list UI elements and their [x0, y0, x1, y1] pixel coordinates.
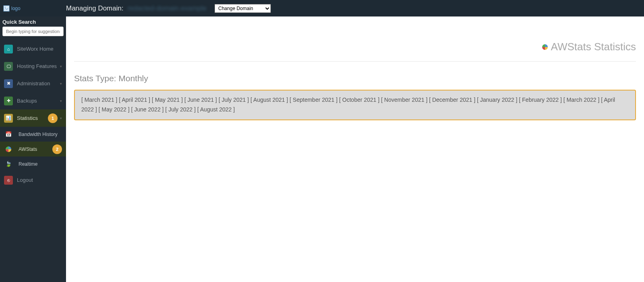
sidebar-item-realtime[interactable]: 🍃 Realtime — [0, 156, 66, 171]
change-domain-select[interactable]: Change Domain — [215, 4, 271, 13]
sidebar-item-label: Bandwidth History — [17, 132, 58, 137]
sidebar-item-siteworx-home[interactable]: ⌂ SiteWorx Home — [0, 40, 66, 58]
month-link[interactable]: [ March 2022 ] — [564, 97, 600, 103]
month-link[interactable]: [ August 2021 ] — [250, 97, 288, 103]
sidebar-item-label: SiteWorx Home — [17, 46, 54, 52]
month-link[interactable]: [ September 2021 ] — [290, 97, 338, 103]
svg-point-1 — [5, 7, 6, 8]
month-link[interactable]: [ November 2021 ] — [381, 97, 427, 103]
topbar: logo Managing Domain: redacted-domain.ex… — [0, 0, 644, 16]
month-link[interactable]: [ December 2021 ] — [429, 97, 475, 103]
sidebar-item-label: Realtime — [17, 161, 37, 167]
globe-icon — [4, 146, 13, 152]
chevron-down-icon: ▾ — [60, 99, 62, 103]
main-content: AWStats Statistics Stats Type: Monthly [… — [66, 16, 644, 282]
tools-icon: ✖ — [4, 79, 13, 88]
bandwidth-icon: 📅 — [4, 131, 13, 137]
home-icon: ⌂ — [4, 45, 13, 54]
globe-icon — [542, 44, 548, 50]
logout-icon: ⎋ — [4, 176, 13, 185]
month-link[interactable]: [ October 2021 ] — [339, 97, 380, 103]
sidebar-item-label: Logout — [17, 177, 33, 183]
sidebar-item-awstats[interactable]: AWStats 2 — [0, 142, 66, 156]
months-box: [ March 2021 ] [ April 2021 ] [ May 2021… — [74, 90, 636, 120]
chevron-down-icon: ▾ — [60, 82, 62, 86]
month-link[interactable]: [ May 2022 ] — [99, 106, 130, 113]
sidebar-item-backups[interactable]: ✚ Backups ▾ — [0, 92, 66, 109]
month-link[interactable]: [ February 2022 ] — [519, 97, 562, 103]
sidebar-item-label: Hosting Features — [17, 63, 57, 69]
month-link[interactable]: [ July 2021 ] — [219, 97, 249, 103]
managing-domain-label: Managing Domain: — [66, 4, 124, 12]
badge: 1 — [48, 113, 58, 123]
page-title-text: AWStats Statistics — [551, 41, 636, 53]
chevron-down-icon: ▾ — [60, 116, 62, 120]
page-title: AWStats Statistics — [74, 41, 636, 53]
sidebar-item-label: Statistics — [17, 115, 38, 121]
monitor-icon: 🖵 — [4, 62, 13, 71]
sidebar: Quick Search ⌂ SiteWorx Home 🖵 Hosting F… — [0, 16, 66, 282]
sidebar-item-logout[interactable]: ⎋ Logout — [0, 171, 66, 189]
sidebar-item-bandwidth-history[interactable]: 📅 Bandwidth History — [0, 127, 66, 142]
month-link[interactable]: [ June 2022 ] — [131, 106, 164, 113]
logo-area: logo — [0, 5, 66, 12]
svg-rect-0 — [4, 6, 9, 11]
month-link[interactable]: [ April 2021 ] — [119, 97, 150, 103]
stats-type-heading: Stats Type: Monthly — [74, 74, 636, 83]
quick-search-label: Quick Search — [0, 16, 66, 27]
sidebar-item-administration[interactable]: ✖ Administration ▾ — [0, 75, 66, 92]
month-link[interactable]: [ July 2022 ] — [165, 106, 196, 113]
badge: 2 — [52, 144, 62, 154]
quick-search-input[interactable] — [2, 27, 64, 36]
month-link[interactable]: [ January 2022 ] — [477, 97, 517, 103]
page-header: AWStats Statistics — [74, 29, 636, 62]
month-link[interactable]: [ August 2022 ] — [197, 106, 235, 113]
sidebar-item-hosting-features[interactable]: 🖵 Hosting Features ▾ — [0, 58, 66, 75]
chart-icon: 📊 — [4, 114, 13, 123]
sidebar-item-label: Backups — [17, 98, 37, 104]
plus-icon: ✚ — [4, 97, 13, 105]
domain-name: redacted-domain.example — [128, 4, 207, 12]
sidebar-item-label: AWStats — [17, 146, 37, 152]
month-link[interactable]: [ March 2021 ] — [81, 97, 118, 103]
month-link[interactable]: [ May 2021 ] — [152, 97, 183, 103]
chevron-down-icon: ▾ — [60, 64, 62, 68]
logo-alt-text: logo — [11, 6, 21, 11]
leaf-icon: 🍃 — [4, 161, 13, 167]
sidebar-item-label: Administration — [17, 80, 50, 86]
sidebar-item-statistics[interactable]: 📊 Statistics 1 ▾ — [0, 109, 66, 127]
month-link[interactable]: [ June 2021 ] — [184, 97, 217, 103]
broken-image-icon: logo — [3, 5, 21, 12]
